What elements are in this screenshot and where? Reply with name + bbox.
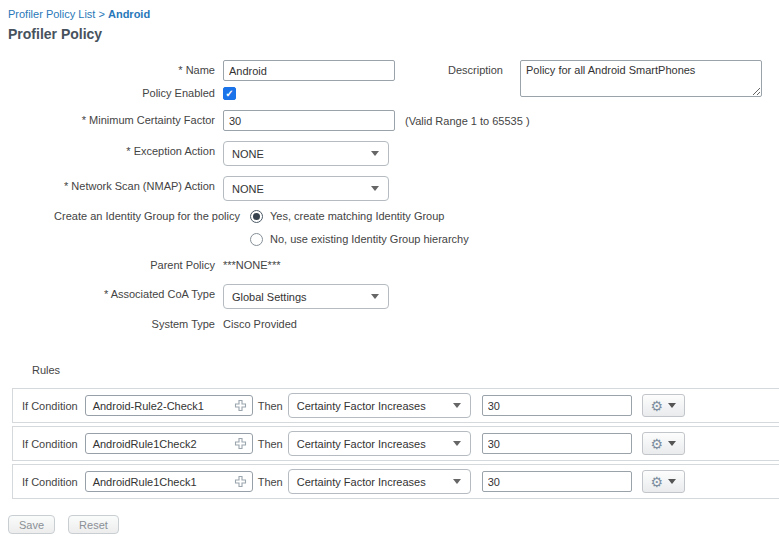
chevron-down-icon	[668, 479, 676, 484]
description-label: Description	[443, 60, 503, 76]
rule-row: If Condition AndroidRule1Check2 Then Cer…	[12, 426, 779, 461]
parent-policy-value: ***NONE***	[223, 259, 280, 272]
rules-heading: Rules	[32, 364, 779, 376]
gear-icon: ⚙	[650, 399, 663, 413]
rule-certainty-input[interactable]	[482, 433, 632, 454]
exception-action-row: * Exception Action NONE	[8, 141, 779, 166]
rule-row: If Condition Android-Rule2-Check1 Then C…	[12, 388, 779, 423]
rule-action-select[interactable]: Certainty Factor Increases	[288, 393, 471, 418]
chevron-down-icon	[453, 479, 461, 484]
min-certainty-label: * Minimum Certainty Factor	[8, 110, 215, 127]
parent-policy-row: Parent Policy ***NONE***	[8, 259, 779, 272]
rule-certainty-input[interactable]	[482, 395, 632, 416]
nmap-action-select[interactable]: NONE	[223, 176, 389, 201]
condition-picker[interactable]: AndroidRule1Check1	[85, 471, 253, 492]
rule-action-select[interactable]: Certainty Factor Increases	[288, 431, 471, 456]
breadcrumb-profiler-policy-list-link[interactable]: Profiler Policy List	[8, 8, 95, 20]
expand-condition-icon[interactable]	[234, 437, 247, 450]
exception-action-value: NONE	[224, 148, 371, 160]
policy-enabled-label: Policy Enabled	[8, 87, 215, 100]
chevron-down-icon	[371, 186, 379, 191]
chevron-down-icon	[453, 403, 461, 408]
rule-action-value: Certainty Factor Increases	[289, 476, 453, 488]
identity-group-label: Create an Identity Group for the policy	[8, 209, 240, 223]
identity-group-option-no[interactable]: No, use existing Identity Group hierarch…	[250, 232, 469, 246]
breadcrumb-separator: >	[95, 8, 108, 20]
exception-action-select[interactable]: NONE	[223, 141, 389, 166]
radio-button-yes[interactable]	[250, 210, 263, 223]
nmap-action-value: NONE	[224, 183, 371, 195]
identity-group-option-yes[interactable]: Yes, create matching Identity Group	[250, 209, 469, 223]
rule-options-button[interactable]: ⚙	[642, 470, 685, 493]
rule-options-button[interactable]: ⚙	[642, 394, 685, 417]
breadcrumb-current-android: Android	[108, 8, 150, 20]
rule-options-button[interactable]: ⚙	[642, 432, 685, 455]
profiler-policy-page: Profiler Policy List > Android Profiler …	[0, 0, 779, 534]
save-button[interactable]: Save	[8, 515, 55, 534]
name-label: * Name	[8, 60, 215, 77]
if-condition-label: If Condition	[22, 400, 78, 412]
chevron-down-icon	[668, 441, 676, 446]
chevron-down-icon	[371, 294, 379, 299]
condition-picker[interactable]: Android-Rule2-Check1	[85, 395, 253, 416]
if-condition-label: If Condition	[22, 476, 78, 488]
radio-button-no[interactable]	[250, 233, 263, 246]
min-certainty-input[interactable]	[223, 110, 395, 131]
expand-condition-icon[interactable]	[234, 399, 247, 412]
then-label: Then	[258, 476, 283, 488]
coa-type-select[interactable]: Global Settings	[223, 284, 389, 309]
system-type-label: System Type	[8, 318, 215, 331]
gear-icon: ⚙	[650, 437, 663, 451]
rules-rows: If Condition Android-Rule2-Check1 Then C…	[12, 388, 779, 499]
description-input[interactable]	[520, 60, 762, 97]
footer-actions: Save Reset	[8, 515, 779, 534]
identity-group-row: Create an Identity Group for the policy …	[8, 209, 779, 246]
system-type-value: Cisco Provided	[223, 318, 297, 331]
nmap-action-row: * Network Scan (NMAP) Action NONE	[8, 176, 779, 201]
condition-picker[interactable]: AndroidRule1Check2	[85, 433, 253, 454]
chevron-down-icon	[453, 441, 461, 446]
chevron-down-icon	[668, 403, 676, 408]
breadcrumb: Profiler Policy List > Android	[8, 8, 779, 21]
gear-icon: ⚙	[650, 475, 663, 489]
identity-group-option-no-label: No, use existing Identity Group hierarch…	[270, 233, 469, 245]
if-condition-label: If Condition	[22, 438, 78, 450]
condition-name: Android-Rule2-Check1	[86, 400, 234, 412]
coa-type-label: * Associated CoA Type	[8, 284, 215, 301]
reset-button[interactable]: Reset	[68, 515, 119, 534]
then-label: Then	[258, 438, 283, 450]
condition-name: AndroidRule1Check2	[86, 438, 234, 450]
parent-policy-label: Parent Policy	[8, 259, 215, 272]
rule-certainty-input[interactable]	[482, 471, 632, 492]
coa-type-value: Global Settings	[224, 291, 371, 303]
checkmark-icon: ✓	[225, 89, 233, 99]
expand-condition-icon[interactable]	[234, 475, 247, 488]
coa-type-row: * Associated CoA Type Global Settings	[8, 284, 779, 309]
rule-row: If Condition AndroidRule1Check1 Then Cer…	[12, 464, 779, 499]
rule-action-value: Certainty Factor Increases	[289, 400, 453, 412]
then-label: Then	[258, 400, 283, 412]
nmap-action-label: * Network Scan (NMAP) Action	[8, 176, 215, 193]
condition-name: AndroidRule1Check1	[86, 476, 234, 488]
chevron-down-icon	[371, 151, 379, 156]
name-input[interactable]	[223, 60, 395, 81]
policy-enabled-checkbox[interactable]: ✓	[223, 87, 236, 100]
system-type-row: System Type Cisco Provided	[8, 318, 779, 331]
rule-action-value: Certainty Factor Increases	[289, 438, 453, 450]
identity-group-option-yes-label: Yes, create matching Identity Group	[270, 210, 444, 222]
valid-range-hint: (Valid Range 1 to 65535 )	[405, 110, 530, 127]
rule-action-select[interactable]: Certainty Factor Increases	[288, 469, 471, 494]
min-certainty-row: * Minimum Certainty Factor (Valid Range …	[8, 110, 779, 131]
identity-group-radio-group: Yes, create matching Identity Group No, …	[250, 209, 469, 246]
radio-dot	[253, 213, 260, 220]
exception-action-label: * Exception Action	[8, 141, 215, 158]
policy-form: * Name Description Policy Enabled ✓ * Mi…	[8, 60, 779, 331]
page-title: Profiler Policy	[8, 26, 779, 43]
